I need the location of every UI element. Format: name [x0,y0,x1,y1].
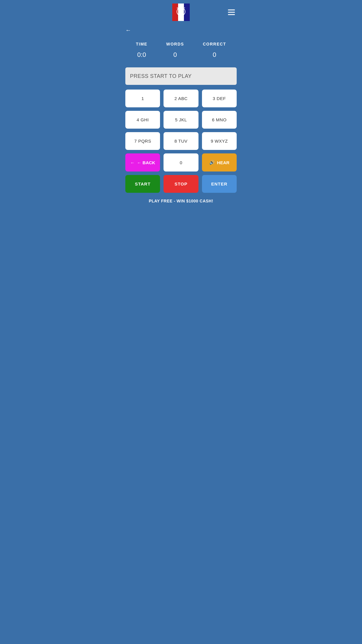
key-1[interactable]: 1 [125,90,160,107]
keypad-row-2: 4 GHI 5 JKL 6 MNO [125,111,237,129]
enter-button[interactable]: ENTER [202,175,237,193]
back-nav-button[interactable]: ← [121,24,241,36]
start-button[interactable]: START [125,175,160,193]
key-3-def[interactable]: 3 DEF [202,90,237,107]
menu-button[interactable] [226,8,237,17]
correct-label: CORRECT [203,42,226,46]
speaker-icon: 🔊 [209,160,215,165]
key-6-mno[interactable]: 6 MNO [202,111,237,129]
action-row: ← ← BACK 0 🔊 HEAR [121,150,241,172]
zero-key-label: 0 [180,160,182,165]
stat-correct: CORRECT 0 [203,42,226,59]
key-8-tuv[interactable]: 8 TUV [164,132,198,150]
back-arrow-icon: ← [125,27,131,33]
stats-section: TIME 0:0 WORDS 0 CORRECT 0 [121,36,241,62]
words-value: 0 [173,51,177,59]
stop-button[interactable]: STOP [164,175,198,193]
key-7-pqrs[interactable]: 7 PQRS [125,132,160,150]
back-arrow-icon: ← [130,160,135,165]
words-label: WORDS [166,42,184,46]
stat-time: TIME 0:0 [136,42,147,59]
keypad-row-3: 7 PQRS 8 TUV 9 WXYZ [125,132,237,150]
keypad-row-1: 1 2 ABC 3 DEF [125,90,237,107]
key-0[interactable]: 0 [164,153,198,172]
correct-value: 0 [213,51,216,59]
key-5-jkl[interactable]: 5 JKL [164,111,198,129]
back-key-button[interactable]: ← ← BACK [125,153,160,172]
hear-label: HEAR [217,160,230,165]
footer-promo: PLAY FREE - WIN $1000 CASH! [121,193,241,206]
logo: S SPELLIT [172,4,190,21]
control-row: START STOP ENTER [121,172,241,193]
stat-words: WORDS 0 [166,42,184,59]
key-4-ghi[interactable]: 4 GHI [125,111,160,129]
display-field: PRESS START TO PLAY [125,67,237,85]
menu-bar-3 [228,14,235,15]
svg-text:S: S [179,9,183,16]
back-key-label: ← BACK [137,160,155,165]
hear-button[interactable]: 🔊 HEAR [202,153,237,172]
time-label: TIME [136,42,147,46]
display-text: PRESS START TO PLAY [130,73,192,79]
keypad-section: 1 2 ABC 3 DEF 4 GHI 5 JKL 6 MNO 7 PQRS 8… [121,90,241,150]
time-value: 0:0 [137,51,146,59]
key-9-wxyz[interactable]: 9 WXYZ [202,132,237,150]
svg-text:SPELLIT: SPELLIT [177,7,186,9]
header: S SPELLIT [121,0,241,24]
menu-bar-1 [228,10,235,10]
promo-text: PLAY FREE - WIN $1000 CASH! [149,199,213,203]
menu-bar-2 [228,12,235,13]
app-container: S SPELLIT ← TIME 0:0 WORDS 0 CORRECT 0 [121,0,241,215]
key-2-abc[interactable]: 2 ABC [164,90,198,107]
